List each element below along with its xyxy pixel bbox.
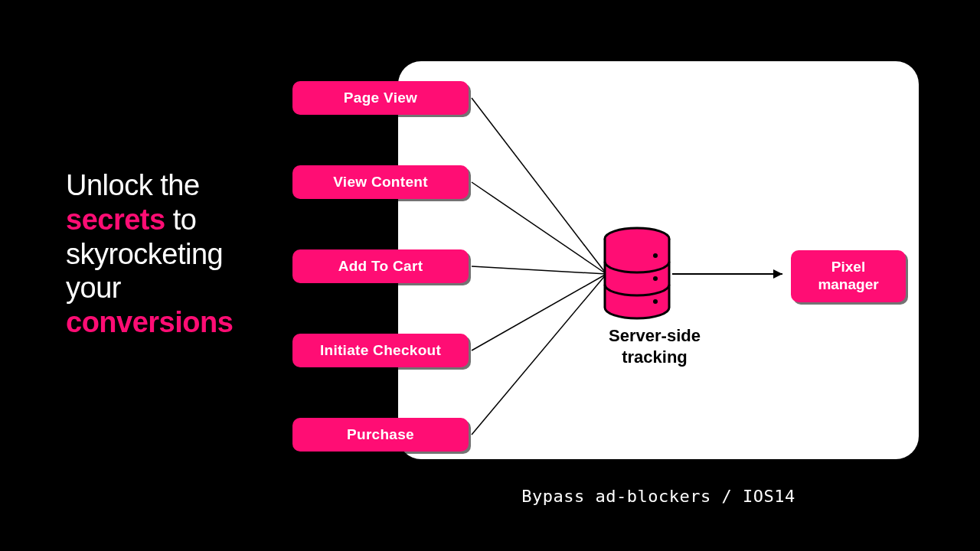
headline-accent-2: conversions: [66, 306, 233, 338]
server-label-line2: tracking: [622, 347, 688, 367]
event-label: Purchase: [347, 426, 414, 443]
event-pill-page-view: Page View: [292, 81, 469, 115]
caption: Bypass ad-blockers / IOS14: [398, 487, 919, 506]
event-pill-add-to-cart: Add To Cart: [292, 249, 469, 283]
server-label-line1: Server-side: [609, 326, 701, 345]
events-column: Page View View Content Add To Cart Initi…: [292, 81, 469, 452]
event-label: Add To Cart: [338, 258, 423, 275]
event-pill-view-content: View Content: [292, 165, 469, 199]
headline: Unlock the secrets to skyrocketing your …: [66, 168, 265, 340]
event-label: Page View: [344, 90, 417, 106]
headline-accent-1: secrets: [66, 204, 165, 236]
event-pill-purchase: Purchase: [292, 418, 469, 452]
event-pill-initiate-checkout: Initiate Checkout: [292, 334, 469, 367]
dest-label-line2: manager: [818, 276, 878, 292]
pixel-manager-box: Pixel manager: [791, 250, 906, 302]
event-label: View Content: [333, 174, 428, 191]
event-label: Initiate Checkout: [320, 342, 441, 359]
server-label: Server-side tracking: [582, 325, 727, 367]
dest-label-line1: Pixel: [831, 259, 865, 275]
headline-text-1: Unlock the: [66, 169, 200, 201]
